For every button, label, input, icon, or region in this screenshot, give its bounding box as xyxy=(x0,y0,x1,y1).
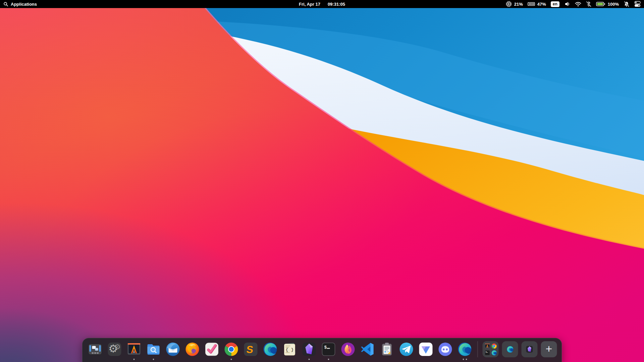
battery-icon xyxy=(596,1,605,7)
dock-item-braces-editor[interactable] xyxy=(282,341,298,362)
dock-item-terminal[interactable] xyxy=(321,341,337,362)
settings-gears-icon xyxy=(107,341,123,357)
keyboard-layout-badge[interactable]: en xyxy=(551,1,559,7)
applications-label: Applications xyxy=(11,2,37,7)
dock-item-edge-running[interactable] xyxy=(457,341,473,362)
running-indicator-dot xyxy=(466,359,467,360)
running-indicator-dot xyxy=(231,359,232,360)
edge-icon xyxy=(262,341,278,357)
running-indicator-dot xyxy=(133,359,135,360)
volume-icon[interactable] xyxy=(564,1,570,7)
running-indicator-dot xyxy=(463,359,464,360)
braces-editor-icon xyxy=(282,341,298,357)
chrome-icon xyxy=(491,343,497,349)
terminal-icon xyxy=(321,341,337,357)
bluetooth-disabled-icon[interactable] xyxy=(586,1,591,7)
edge-icon xyxy=(491,350,497,356)
memory-usage: 47% xyxy=(528,2,546,7)
wallpaper-big-sur xyxy=(0,0,644,362)
dock-item-chrome[interactable] xyxy=(223,341,239,362)
protonvpn-icon xyxy=(418,341,434,357)
dock-item-protonvpn[interactable] xyxy=(418,341,434,362)
running-indicator-dot xyxy=(153,359,154,360)
tasks-check-icon xyxy=(204,341,220,357)
alacritty-icon xyxy=(484,343,490,349)
dock: + xyxy=(82,338,562,362)
wifi-icon[interactable] xyxy=(575,1,581,7)
dock-item-obsidian[interactable] xyxy=(301,341,317,362)
file-search-icon xyxy=(146,341,162,357)
dock-item-discord[interactable] xyxy=(437,341,453,362)
clock[interactable]: Fri, Apr 17 09:31:05 xyxy=(299,0,345,8)
edge-icon xyxy=(506,345,514,353)
memory-icon xyxy=(528,2,535,6)
obsidian-icon xyxy=(526,345,534,353)
dock-item-sublime[interactable] xyxy=(243,341,259,362)
battery-percent: 100% xyxy=(608,2,619,7)
dock-item-workspaces[interactable] xyxy=(87,341,103,362)
dock-item-flame-app[interactable] xyxy=(340,341,356,362)
dock-window-tile-edge[interactable] xyxy=(502,341,518,357)
clock-time: 09:31:05 xyxy=(328,2,345,7)
dock-window-tile-obsidian[interactable] xyxy=(522,341,538,357)
search-icon xyxy=(3,2,8,7)
clipboard-notes-icon xyxy=(379,341,395,357)
dock-item-firefox[interactable] xyxy=(184,341,201,362)
dock-app-group-tile[interactable] xyxy=(483,341,499,357)
dock-item-alacritty[interactable] xyxy=(126,341,142,362)
dock-item-thunderbird[interactable] xyxy=(165,341,181,362)
flame-app-icon xyxy=(340,341,356,357)
running-indicator-dot xyxy=(328,359,329,360)
firefox-icon xyxy=(184,341,201,357)
battery-status[interactable]: 100% xyxy=(596,1,619,7)
thunderbird-icon xyxy=(165,341,181,357)
edge-icon xyxy=(457,341,473,357)
plus-icon: + xyxy=(546,343,552,354)
desktop: ⚙ ⚙ xyxy=(0,0,644,362)
alacritty-icon xyxy=(126,341,142,357)
dock-item-clipboard-notes[interactable] xyxy=(379,341,395,362)
dock-separator xyxy=(478,341,478,357)
dock-item-vscode[interactable] xyxy=(360,341,376,362)
notifications-muted-icon[interactable] xyxy=(624,1,630,7)
obsidian-icon xyxy=(301,341,317,357)
top-menu-bar: Applications Fri, Apr 17 09:31:05 21% xyxy=(0,0,644,8)
cpu-percent: 21% xyxy=(514,2,523,7)
dock-item-files[interactable] xyxy=(146,341,162,362)
cpu-icon xyxy=(506,1,512,7)
workspaces-icon xyxy=(87,341,103,357)
dock-item-telegram[interactable] xyxy=(398,341,415,362)
quick-toggles-icon[interactable] xyxy=(634,1,641,7)
terminal-icon xyxy=(484,350,490,356)
status-area[interactable]: 21% 47% en xyxy=(506,1,641,7)
chrome-icon xyxy=(223,341,239,357)
dock-item-settings[interactable] xyxy=(107,341,123,362)
memory-percent: 47% xyxy=(537,2,546,7)
dock-item-edge[interactable] xyxy=(262,341,278,362)
discord-icon xyxy=(437,341,453,357)
clock-date: Fri, Apr 17 xyxy=(299,2,320,7)
running-indicator-dot xyxy=(309,359,310,360)
dock-add-button[interactable]: + xyxy=(541,341,557,357)
applications-menu[interactable]: Applications xyxy=(3,2,37,7)
dock-item-tasks[interactable] xyxy=(204,341,220,362)
telegram-icon xyxy=(398,341,415,357)
cpu-usage: 21% xyxy=(506,1,523,7)
sublime-text-icon xyxy=(243,341,259,357)
vscode-icon xyxy=(360,341,376,357)
